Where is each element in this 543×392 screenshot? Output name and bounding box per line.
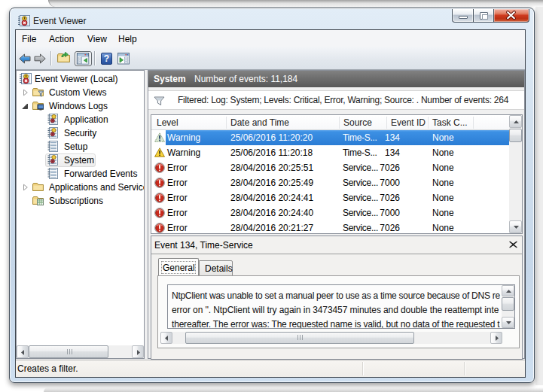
svg-text:?: ? bbox=[104, 53, 109, 64]
